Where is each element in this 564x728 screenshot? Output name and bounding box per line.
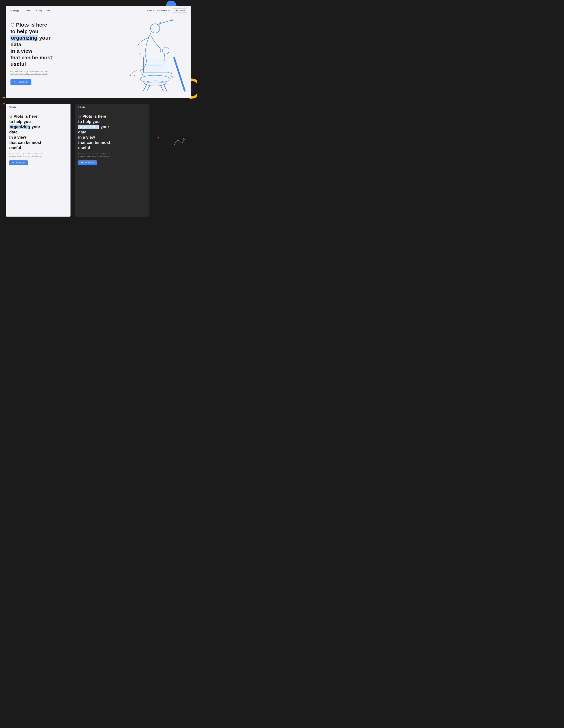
hero-subtitle: Our mission is to organize the world's i… — [10, 70, 51, 76]
bottom-row: G Plots G Plots is here to help you orga… — [0, 104, 197, 225]
hero-text: G Plots is here to help you organizing y… — [10, 20, 79, 85]
mini-g-left: G — [9, 114, 13, 119]
mini-logo-g-left: G — [9, 106, 11, 108]
nav-commitments[interactable]: Commitments — [157, 9, 170, 12]
mini-hero-left: G Plots is here to help you organizing y… — [6, 110, 70, 169]
mini-title-right: G Plots is here to help you organizing y… — [78, 114, 146, 150]
hero-illustration — [79, 20, 187, 85]
logo-g-char: G — [10, 9, 12, 12]
demo-arrow-icon — [14, 81, 17, 84]
svg-line-14 — [160, 86, 163, 91]
nav-right: Products Commitments Get started — [146, 8, 187, 13]
svg-line-13 — [147, 86, 150, 91]
mini-card-right: G Plots G Plots is here to help you orga… — [75, 104, 149, 217]
mini-logo-right: G Plots — [78, 106, 85, 108]
demo-button[interactable]: Demo now — [10, 79, 31, 85]
mini-navbar-right: G Plots — [75, 104, 149, 110]
mini-card-left: G Plots G Plots is here to help you orga… — [6, 104, 70, 217]
mini-demo-arrow-right — [81, 162, 84, 164]
logo-name: Plots — [13, 9, 19, 12]
mini-title-left: G Plots is here to help you organizing y… — [9, 114, 67, 150]
nav-links-left: Stories Pricing About — [25, 9, 146, 12]
mini-demo-button-left[interactable]: Demo now — [9, 160, 28, 165]
mini-logo-name-right: Plots — [80, 106, 85, 108]
mini-g-right: G — [78, 114, 82, 119]
get-started-button[interactable]: Get started — [173, 8, 187, 13]
hero-svg — [104, 15, 189, 92]
logo: G Plots — [10, 9, 19, 12]
nav-stories[interactable]: Stories — [25, 9, 31, 12]
svg-line-11 — [143, 84, 147, 91]
mini-highlight-right: organizing — [78, 125, 99, 129]
hero-highlight: organizing — [10, 35, 38, 41]
demo-button-label: Demo now — [19, 81, 28, 83]
svg-point-17 — [139, 53, 141, 55]
nav-about[interactable]: About — [46, 9, 51, 12]
svg-line-12 — [163, 84, 167, 91]
mini-highlight-left: organizing — [9, 125, 30, 129]
mini-navbar-left: G Plots — [6, 104, 70, 110]
mini-demo-label-left: Demo now — [16, 162, 25, 164]
hero-section: G Plots is here to help you organizing y… — [6, 15, 191, 91]
mini-logo-left: G Plots — [9, 106, 16, 108]
svg-point-4 — [162, 47, 169, 54]
hero-title: G Plots is here to help you organizing y… — [10, 22, 79, 67]
svg-rect-5 — [143, 57, 169, 73]
mini-subtitle-left: Our mission is to organize the world's i… — [9, 153, 48, 158]
mini-hero-right: G Plots is here to help you organizing y… — [75, 110, 149, 169]
mini-subtitle-right: Our mission is to organize the world's i… — [78, 153, 116, 158]
svg-line-2 — [157, 20, 172, 25]
svg-point-16 — [171, 76, 173, 77]
mini-demo-button-right[interactable]: Demo now — [78, 160, 97, 165]
deco-yellow-dot — [3, 97, 5, 98]
mini-logo-g-right: G — [78, 106, 80, 108]
hero-g-char: G — [10, 22, 16, 28]
logo-g-blue: G — [10, 9, 12, 12]
svg-line-15 — [174, 58, 185, 91]
mini-logo-name-left: Plots — [11, 106, 16, 108]
navbar: G Plots Stories Pricing About Products C… — [6, 6, 191, 15]
mini-demo-label-right: Demo now — [85, 162, 94, 164]
mini-demo-arrow-left — [12, 162, 15, 164]
main-card: G Plots Stories Pricing About Products C… — [6, 6, 191, 98]
svg-point-10 — [145, 81, 166, 86]
nav-pricing[interactable]: Pricing — [36, 9, 42, 12]
nav-products[interactable]: Products — [146, 9, 154, 12]
